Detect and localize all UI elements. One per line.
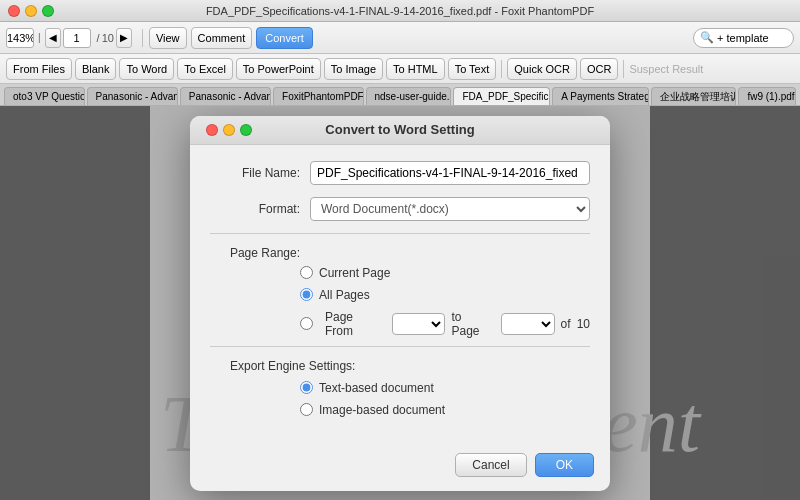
tab-7[interactable]: 企业战略管理培训... ✕: [651, 87, 737, 105]
suspect-result-label: Suspect Result: [629, 63, 703, 75]
tab-7-label: 企业战略管理培训...: [660, 90, 737, 104]
tab-6[interactable]: A Payments Strategy ... ✕: [552, 87, 649, 105]
format-row: Format: Word Document(*.docx): [210, 197, 590, 221]
tab-3-label: FoxitPhantomPDF9...: [282, 91, 363, 102]
to-html-button[interactable]: To HTML: [386, 58, 445, 80]
toolbar-row2: From Files Blank To Word To Excel To Pow…: [0, 54, 800, 84]
tab-1-label: Panasonic - Advanc...: [96, 91, 178, 102]
tab-5[interactable]: FDA_PDF_Specificati... ✕: [453, 87, 550, 105]
search-icon: 🔍: [700, 31, 714, 44]
page-range-label: Page Range:: [210, 246, 310, 260]
file-name-label: File Name:: [210, 166, 310, 180]
modal-close-button[interactable]: [206, 124, 218, 136]
tab-4-label: ndse-user-guide.pdf: [375, 91, 452, 102]
divider1: [210, 233, 590, 234]
tab-2-label: Panasonic - Advanc...: [189, 91, 271, 102]
page-range-row: Page Range:: [210, 246, 590, 260]
to-powerpoint-button[interactable]: To PowerPoint: [236, 58, 321, 80]
ocr-button[interactable]: OCR: [580, 58, 618, 80]
minimize-button[interactable]: [25, 5, 37, 17]
all-pages-row: All Pages: [210, 288, 590, 302]
text-based-row: Text-based document: [210, 381, 590, 395]
sep1: [142, 29, 143, 47]
to-page-select[interactable]: [501, 313, 554, 335]
from-files-button[interactable]: From Files: [6, 58, 72, 80]
all-pages-radio[interactable]: [300, 288, 313, 301]
page-input[interactable]: [63, 28, 91, 48]
format-select[interactable]: Word Document(*.docx): [310, 197, 590, 221]
quick-ocr-button[interactable]: Quick OCR: [507, 58, 577, 80]
modal-maximize-button[interactable]: [240, 124, 252, 136]
next-page-btn[interactable]: ▶: [116, 28, 132, 48]
current-page-row: Current Page: [210, 266, 590, 280]
image-based-label: Image-based document: [319, 403, 445, 417]
window-title: FDA_PDF_Specifications-v4-1-FINAL-9-14-2…: [206, 5, 594, 17]
sep3: [623, 60, 624, 78]
maximize-button[interactable]: [42, 5, 54, 17]
zoom-area: [6, 28, 34, 48]
nav-controls: | ◀ / 10 ▶: [6, 28, 132, 48]
close-button[interactable]: [8, 5, 20, 17]
text-based-radio[interactable]: [300, 381, 313, 394]
blank-button[interactable]: Blank: [75, 58, 117, 80]
text-based-label: Text-based document: [319, 381, 434, 395]
modal-title: Convert to Word Setting: [325, 122, 474, 137]
modal-overlay: Convert to Word Setting File Name: Forma…: [0, 106, 800, 500]
all-pages-label: All Pages: [319, 288, 370, 302]
tab-6-label: A Payments Strategy ...: [561, 91, 649, 102]
convert-button[interactable]: Convert: [256, 27, 313, 49]
zoom-input[interactable]: [6, 28, 34, 48]
comment-button[interactable]: Comment: [191, 27, 253, 49]
file-name-row: File Name:: [210, 161, 590, 185]
to-text-button[interactable]: To Text: [448, 58, 497, 80]
prev-page-btn[interactable]: ◀: [45, 28, 61, 48]
to-page-label: to Page: [451, 310, 491, 338]
of-label: of: [561, 317, 571, 331]
tab-0-label: oto3 VP Questio...: [13, 91, 85, 102]
toolbar-right: 🔍: [693, 28, 794, 48]
traffic-lights: [8, 5, 54, 17]
tab-8-label: fw9 (1).pdf: [747, 91, 794, 102]
tab-4[interactable]: ndse-user-guide.pdf ✕: [366, 87, 452, 105]
from-page-select[interactable]: [392, 313, 445, 335]
cancel-button[interactable]: Cancel: [455, 453, 526, 477]
tab-bar: oto3 VP Questio... ✕ Panasonic - Advanc.…: [0, 84, 800, 106]
ok-button[interactable]: OK: [535, 453, 594, 477]
current-page-radio[interactable]: [300, 266, 313, 279]
content-area: PORTABLE DOCUMENT FORMAT (PDF) Te ent Co…: [0, 106, 800, 500]
divider2: [210, 346, 590, 347]
page-from-label: Page From: [325, 310, 382, 338]
modal-body: File Name: Format: Word Document(*.docx)…: [190, 145, 610, 445]
to-word-button[interactable]: To Word: [119, 58, 174, 80]
current-page-label: Current Page: [319, 266, 390, 280]
modal-minimize-button[interactable]: [223, 124, 235, 136]
modal-title-bar: Convert to Word Setting: [190, 116, 610, 145]
format-label: Format:: [210, 202, 310, 216]
toolbar-row1: | ◀ / 10 ▶ View Comment Convert 🔍: [0, 22, 800, 54]
to-excel-button[interactable]: To Excel: [177, 58, 233, 80]
file-name-input[interactable]: [310, 161, 590, 185]
image-based-radio[interactable]: [300, 403, 313, 416]
tab-8[interactable]: fw9 (1).pdf ✕: [738, 87, 796, 105]
title-bar: FDA_PDF_Specifications-v4-1-FINAL-9-14-2…: [0, 0, 800, 22]
tab-2[interactable]: Panasonic - Advanc... ✕: [180, 87, 271, 105]
search-input[interactable]: [717, 32, 787, 44]
tab-0[interactable]: oto3 VP Questio... ✕: [4, 87, 85, 105]
export-engine-label: Export Engine Settings:: [230, 359, 590, 373]
image-based-row: Image-based document: [210, 403, 590, 417]
modal-footer: Cancel OK: [190, 445, 610, 491]
search-box[interactable]: 🔍: [693, 28, 794, 48]
modal-traffic-lights: [206, 124, 252, 136]
to-image-button[interactable]: To Image: [324, 58, 383, 80]
view-button[interactable]: View: [149, 27, 187, 49]
sep2: [501, 60, 502, 78]
total-pages: 10: [102, 32, 114, 44]
tab-5-label: FDA_PDF_Specificati...: [462, 91, 550, 102]
page-from-radio[interactable]: [300, 317, 313, 330]
page-from-row: Page From to Page of 10: [210, 310, 590, 338]
total-pages-label: 10: [577, 317, 590, 331]
convert-to-word-modal: Convert to Word Setting File Name: Forma…: [190, 116, 610, 491]
tab-1[interactable]: Panasonic - Advanc... ✕: [87, 87, 178, 105]
tab-3[interactable]: FoxitPhantomPDF9... ✕: [273, 87, 363, 105]
